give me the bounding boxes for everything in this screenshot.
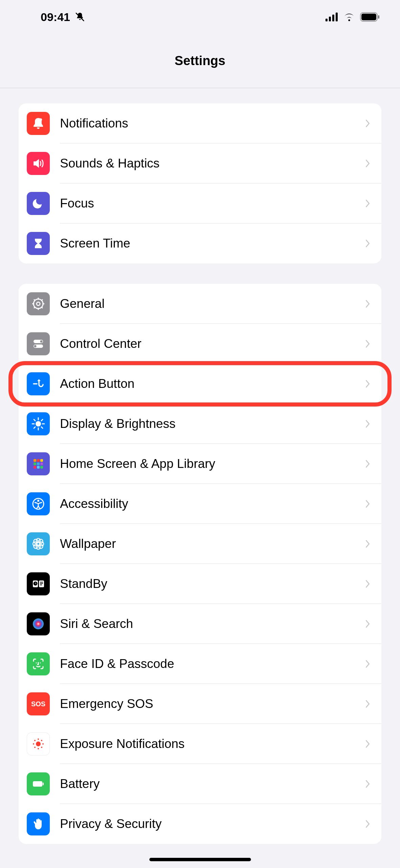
settings-row-battery[interactable]: Battery <box>19 764 381 804</box>
settings-row-siri[interactable]: Siri & Search <box>19 604 381 644</box>
chevron-right-icon <box>362 697 372 710</box>
chevron-right-icon <box>362 577 372 590</box>
gear-icon <box>27 292 50 315</box>
svg-rect-0 <box>325 19 328 21</box>
settings-group: Notifications Sounds & Haptics Focus <box>19 103 381 263</box>
standby-icon <box>27 572 50 595</box>
settings-row-label: Siri & Search <box>60 617 362 631</box>
status-bar: 09:41 <box>0 0 400 34</box>
svg-rect-2 <box>332 15 334 21</box>
chevron-right-icon <box>362 237 372 250</box>
exposure-icon <box>27 732 50 755</box>
hand-icon <box>27 812 50 835</box>
settings-row-focus[interactable]: Focus <box>19 183 381 223</box>
settings-row-label: Notifications <box>60 116 362 131</box>
chevron-right-icon <box>362 377 372 390</box>
cellular-icon <box>325 13 338 21</box>
settings-row-label: Control Center <box>60 337 362 351</box>
settings-list: Notifications Sounds & Haptics Focus <box>0 103 400 844</box>
chevron-right-icon <box>362 737 372 750</box>
svg-rect-6 <box>378 15 379 19</box>
settings-row-label: Battery <box>60 777 362 791</box>
settings-row-label: StandBy <box>60 577 362 591</box>
chevron-right-icon <box>362 417 372 430</box>
settings-row-notifications[interactable]: Notifications <box>19 103 381 143</box>
settings-row-label: Focus <box>60 196 362 211</box>
settings-row-label: Wallpaper <box>60 537 362 551</box>
settings-row-wallpaper[interactable]: Wallpaper <box>19 524 381 564</box>
settings-row-privacy[interactable]: Privacy & Security <box>19 804 381 844</box>
action-button-icon <box>27 372 50 395</box>
wifi-icon <box>343 13 355 21</box>
settings-row-label: Action Button <box>60 377 362 391</box>
settings-row-label: Screen Time <box>60 236 362 251</box>
sun-icon <box>27 412 50 435</box>
speaker-icon <box>27 152 50 175</box>
settings-row-accessibility[interactable]: Accessibility <box>19 484 381 524</box>
settings-row-label: Accessibility <box>60 497 362 511</box>
chevron-right-icon <box>362 157 372 170</box>
settings-row-label: Face ID & Passcode <box>60 657 362 671</box>
settings-row-homescreen[interactable]: Home Screen & App Library <box>19 444 381 484</box>
settings-row-screentime[interactable]: Screen Time <box>19 223 381 263</box>
chevron-right-icon <box>362 657 372 670</box>
status-left: 09:41 <box>41 11 85 24</box>
settings-row-display[interactable]: Display & Brightness <box>19 404 381 444</box>
chevron-right-icon <box>362 777 372 790</box>
siri-icon <box>27 612 50 635</box>
chevron-right-icon <box>362 197 372 210</box>
home-indicator <box>149 858 251 861</box>
settings-row-label: Exposure Notifications <box>60 737 362 751</box>
faceid-icon <box>27 652 50 675</box>
switches-icon <box>27 332 50 355</box>
chevron-right-icon <box>362 457 372 470</box>
settings-row-actionbutton[interactable]: Action Button <box>19 364 381 404</box>
nav-header: Settings <box>0 34 400 88</box>
flower-icon <box>27 532 50 555</box>
status-time: 09:41 <box>41 11 70 24</box>
apps-grid-icon <box>27 452 50 475</box>
battery-icon <box>27 772 50 795</box>
chevron-right-icon <box>362 817 372 830</box>
battery-icon <box>360 12 380 22</box>
chevron-right-icon <box>362 337 372 350</box>
settings-row-sounds[interactable]: Sounds & Haptics <box>19 143 381 183</box>
settings-row-label: General <box>60 297 362 311</box>
accessibility-icon <box>27 492 50 515</box>
chevron-right-icon <box>362 537 372 550</box>
settings-row-controlcenter[interactable]: Control Center <box>19 324 381 364</box>
moon-icon <box>27 192 50 215</box>
settings-row-standby[interactable]: StandBy <box>19 564 381 604</box>
settings-row-sos[interactable]: Emergency SOS <box>19 684 381 724</box>
chevron-right-icon <box>362 117 372 130</box>
settings-row-label: Sounds & Haptics <box>60 156 362 171</box>
settings-group: General Control Center Action Button <box>19 284 381 844</box>
settings-row-label: Emergency SOS <box>60 697 362 711</box>
sos-icon <box>27 692 50 715</box>
settings-row-exposure[interactable]: Exposure Notifications <box>19 724 381 764</box>
settings-row-label: Home Screen & App Library <box>60 457 362 471</box>
hourglass-icon <box>27 232 50 255</box>
chevron-right-icon <box>362 617 372 630</box>
chevron-right-icon <box>362 497 372 510</box>
settings-row-label: Privacy & Security <box>60 817 362 831</box>
bell-slash-icon <box>75 12 85 22</box>
bell-icon <box>27 112 50 135</box>
status-right <box>325 12 380 22</box>
page-title: Settings <box>175 54 226 68</box>
svg-rect-5 <box>361 14 376 20</box>
svg-rect-3 <box>336 13 338 21</box>
settings-row-general[interactable]: General <box>19 284 381 324</box>
chevron-right-icon <box>362 297 372 310</box>
settings-row-faceid[interactable]: Face ID & Passcode <box>19 644 381 684</box>
settings-row-label: Display & Brightness <box>60 417 362 431</box>
svg-rect-1 <box>329 17 331 21</box>
